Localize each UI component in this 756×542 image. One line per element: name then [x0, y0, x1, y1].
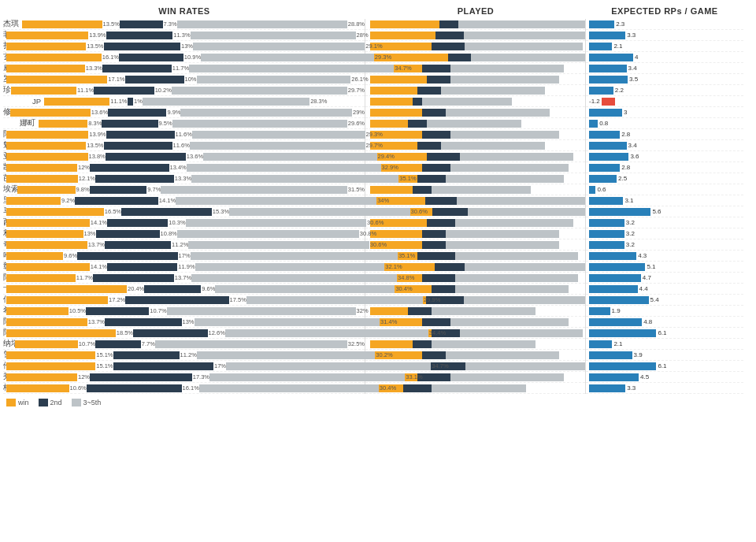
wr-row: 纳塔朗10.7%7.7%32.5% — [3, 339, 365, 350]
exp-row: 3.6 — [586, 151, 743, 162]
wr-bars: 11.1%10.2%29.7% — [11, 87, 365, 95]
label-3to5: 29.7% — [348, 87, 365, 94]
label-win: 13.7% — [88, 318, 105, 325]
pl-bar-2nd — [413, 98, 422, 106]
exp-row: 3.2 — [586, 217, 743, 228]
legend-3to5-label: 3~5th — [83, 399, 102, 406]
label-win: 13.9% — [89, 131, 106, 138]
pl-bars — [365, 351, 585, 359]
pl-row — [365, 129, 585, 140]
bar-3to5 — [199, 384, 379, 392]
bar-win — [6, 329, 116, 337]
wr-bars: 9.2%14.1%34% — [6, 197, 389, 205]
bar-2nd — [95, 340, 141, 348]
wr-bars: 13.9%11.6%29.3% — [6, 131, 383, 139]
wr-row: 菲欧娜13.9%11.3%28% — [3, 30, 365, 41]
exp-row: 1.9 — [586, 306, 743, 317]
wr-row: 埃索9.8%9.7%31.5% — [3, 184, 365, 195]
exp-bar-positive — [589, 109, 622, 117]
bar-3to5 — [143, 98, 309, 106]
bar-win — [6, 230, 83, 238]
exp-row: 3.3 — [586, 383, 743, 394]
bar-2nd — [75, 197, 158, 205]
pl-bars — [365, 109, 585, 117]
label-3to5: 34.7% — [432, 362, 448, 369]
exp-bar-positive — [589, 285, 638, 293]
pl-bars — [365, 340, 585, 348]
wr-row: 西尔维娅14.1%10.3%30.6% — [3, 217, 365, 228]
label-3to5: 29.6% — [348, 120, 365, 127]
pl-bar-2nd — [422, 65, 450, 72]
pl-bars — [365, 98, 585, 106]
label-3to5: 35.1% — [398, 252, 415, 259]
legend-win: win — [6, 399, 29, 406]
exp-row: 2.8 — [586, 162, 743, 173]
pl-bar-rest — [464, 32, 585, 39]
label-2nd: 10.3% — [169, 219, 185, 226]
bar-2nd — [102, 120, 158, 128]
label-2nd: 14.1% — [159, 197, 176, 204]
pl-row — [365, 107, 585, 118]
exp-bar-positive — [589, 142, 627, 150]
label-3to5: 29% — [353, 109, 365, 116]
exp-bar-positive — [589, 296, 649, 304]
exp-row: -1.2 — [586, 96, 743, 107]
exp-bar-positive — [589, 131, 620, 139]
bar-2nd — [105, 241, 171, 249]
label-win: 10.6% — [70, 384, 87, 392]
bar-win — [44, 98, 109, 106]
exp-bar-positive — [589, 186, 595, 194]
pl-bar-2nd — [417, 175, 446, 183]
exp-label: 3.2 — [626, 230, 635, 237]
pl-bar-win — [370, 87, 417, 95]
expected-section: 2.33.32.143.43.52.2-1.230.82.83.43.62.82… — [586, 19, 743, 394]
bar-2nd — [104, 43, 181, 50]
wr-bars: 16.1%10.9%29.3% — [6, 54, 391, 61]
wr-row: 利黛琳13%10.8%30.8% — [3, 228, 365, 239]
row-name: 娜町 — [3, 118, 39, 128]
wr-row: 阿尔达11.7%13.7%34.8% — [3, 273, 365, 284]
wr-bars: 10.7%7.7%32.5% — [15, 340, 365, 348]
exp-bar-positive — [589, 219, 624, 227]
wr-bars: 9.8%9.7%31.5% — [17, 186, 365, 194]
pl-bar-win — [370, 340, 413, 348]
label-2nd: 17.3% — [193, 373, 209, 381]
exp-row: 4.3 — [586, 251, 743, 262]
section-headers: WIN RATES PLAYED EXPECTED RPs / GAME — [3, 6, 753, 16]
bar-3to5 — [191, 252, 398, 260]
bar-2nd — [87, 384, 182, 392]
wr-row: 娜町8.3%9.5%29.6% — [3, 118, 365, 129]
bar-2nd — [90, 373, 192, 381]
label-2nd: 13% — [181, 43, 193, 50]
bar-win — [15, 340, 78, 348]
pl-bar-rest — [450, 76, 559, 84]
exp-row: 3 — [586, 107, 743, 118]
pl-bar-rest — [432, 384, 526, 392]
win-rates-section: 杰琪13.5%7.3%28.8%菲欧娜13.9%11.3%28%扎希尔13.5%… — [3, 19, 365, 394]
label-2nd: 1% — [134, 98, 143, 105]
label-2nd: 9.6% — [202, 285, 215, 292]
exp-label: 2.8 — [621, 131, 630, 138]
exp-bar-positive — [589, 263, 645, 271]
pl-bars — [365, 54, 585, 61]
exp-row: 2.2 — [586, 85, 743, 96]
exp-bar-positive — [589, 43, 612, 50]
bar-win — [6, 274, 76, 282]
legend-3to5: 3~5th — [72, 399, 102, 406]
wr-bars: 17.1%10%26.1% — [6, 76, 369, 84]
label-2nd: 9.9% — [167, 109, 180, 116]
pl-bar-rest — [450, 318, 569, 326]
bar-win — [6, 296, 108, 304]
pl-bar-win — [370, 32, 435, 39]
wr-bars: 11.1%1%28.3% — [44, 98, 365, 106]
bar-3to5 — [172, 87, 347, 95]
pl-bar-rest — [455, 285, 569, 293]
exp-label: 4 — [635, 54, 638, 61]
label-3to5: 30.4% — [380, 384, 396, 392]
wr-row: 梅10.6%16.1%30.4% — [3, 383, 365, 394]
exp-bar-positive — [589, 340, 612, 348]
bar-win — [6, 208, 104, 216]
exp-label: 2.1 — [613, 43, 622, 50]
pl-bars — [365, 384, 585, 392]
pl-bar-rest — [455, 219, 573, 227]
